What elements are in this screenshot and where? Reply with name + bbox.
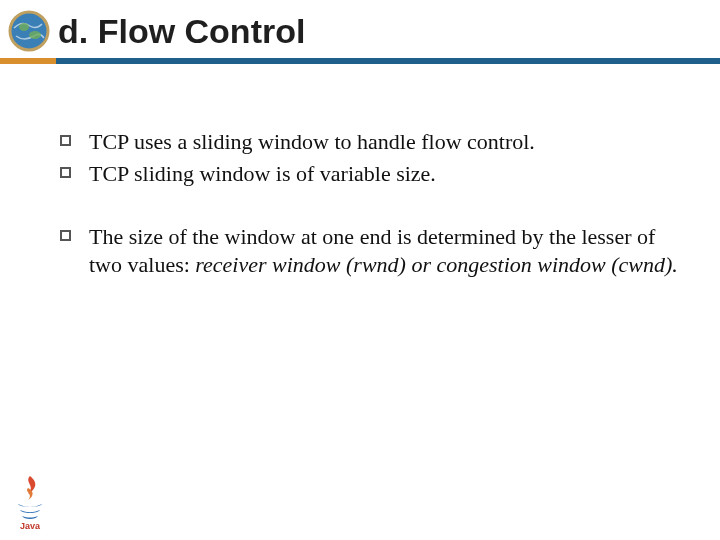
list-item: TCP uses a sliding window to handle flow… xyxy=(60,128,680,156)
bullet-text-italic: receiver window (rwnd) or congestion win… xyxy=(195,252,678,277)
svg-text:Java: Java xyxy=(20,521,41,530)
bullet-text: TCP uses a sliding window to handle flow… xyxy=(89,128,680,156)
slide-content: TCP uses a sliding window to handle flow… xyxy=(0,64,720,278)
underline-accent xyxy=(0,58,56,64)
list-item: The size of the window at one end is det… xyxy=(60,223,680,278)
slide-title: d. Flow Control xyxy=(58,12,305,51)
svg-point-0 xyxy=(10,12,48,50)
java-logo-icon: Java xyxy=(10,474,50,530)
slide: d. Flow Control TCP uses a sliding windo… xyxy=(0,0,720,540)
square-bullet-icon xyxy=(60,167,71,178)
square-bullet-icon xyxy=(60,230,71,241)
underline-main xyxy=(56,58,720,64)
title-row: d. Flow Control xyxy=(0,10,720,52)
svg-point-2 xyxy=(29,31,41,39)
title-underline xyxy=(0,58,720,64)
slide-header: d. Flow Control xyxy=(0,0,720,64)
square-bullet-icon xyxy=(60,135,71,146)
bullet-text: The size of the window at one end is det… xyxy=(89,223,680,278)
bullet-text: TCP sliding window is of variable size. xyxy=(89,160,680,188)
bullet-group-2: The size of the window at one end is det… xyxy=(60,223,680,278)
globe-icon xyxy=(8,10,50,52)
svg-point-1 xyxy=(19,23,29,31)
list-item: TCP sliding window is of variable size. xyxy=(60,160,680,188)
bullet-group-1: TCP uses a sliding window to handle flow… xyxy=(60,128,680,187)
